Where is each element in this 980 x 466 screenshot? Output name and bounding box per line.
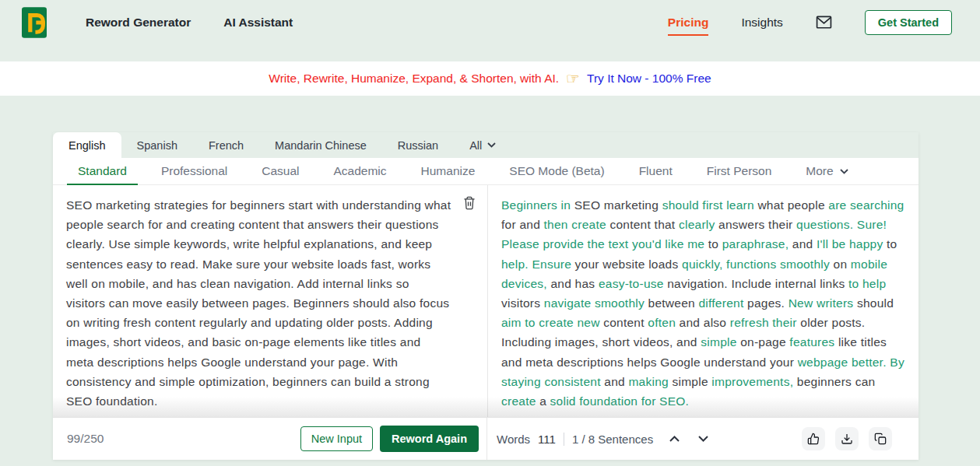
language-tab-label: All [469,139,482,152]
mode-tab-first-person[interactable]: First Person [690,158,789,184]
mode-tab-label: Fluent [639,164,673,178]
output-segment-changed: New writers [789,296,857,310]
language-tab-french[interactable]: French [193,132,259,158]
nav-item-ai-assistant[interactable]: AI Assistant [223,16,293,30]
chevron-down-icon[interactable] [696,433,711,444]
reword-again-button[interactable]: Reword Again [380,426,479,452]
nav-item-reword-generator[interactable]: Reword Generator [86,16,191,30]
language-tab-label: English [68,139,106,152]
mode-tab-professional[interactable]: Professional [144,158,244,184]
nav-item-insights[interactable]: Insights [741,16,782,30]
mode-tab-label: Academic [333,164,386,178]
input-text[interactable]: SEO marketing strategies for beginners s… [66,195,451,411]
language-tab-all[interactable]: All [454,132,511,158]
output-segment-changed: create [501,394,539,408]
mode-tabs: Standard Professional Casual Academic Hu… [53,158,919,185]
output-footer: Words 111 1 / 8 Sentences [487,418,919,460]
mode-tab-standard[interactable]: Standard [61,158,144,184]
download-button[interactable] [835,427,859,450]
mode-tab-humanize[interactable]: Humanize [404,158,493,184]
output-segment: simple [672,375,711,388]
output-segment-changed: refresh their [730,316,801,329]
trash-icon[interactable] [462,194,477,214]
mode-tab-fluent[interactable]: Fluent [622,158,690,184]
mode-tab-label: Professional [161,164,227,178]
language-tab-russian[interactable]: Russian [382,132,454,158]
mode-tab-label: First Person [707,164,772,178]
output-segment: content [603,316,648,329]
output-segment-changed: features [789,335,838,349]
output-segment: pages. [747,296,789,310]
output-segment-changed: solid foundation for SEO. [550,394,690,408]
mode-tab-seo-mode[interactable]: SEO Mode (Beta) [492,158,621,184]
output-segment-changed: should first learn [662,198,758,212]
copy-button[interactable] [869,427,892,450]
stats-divider [564,433,564,446]
output-segment-changed: paraphrase, [722,237,792,251]
output-panel: Beginners in SEO marketing should first … [487,185,919,417]
output-segment-changed: help. Ensure [501,258,575,271]
output-segment: and [792,237,817,251]
output-segment: beginners can [797,375,876,388]
language-tabs: English Spanish French Mandarin Chinese … [53,132,919,158]
input-panel: SEO marketing strategies for beginners s… [53,185,487,417]
get-started-button[interactable]: Get Started [865,10,952,35]
output-segment: on [834,258,851,271]
chevron-down-icon [840,169,848,174]
mode-tab-label: Standard [78,164,127,178]
output-segment-changed: are searching [828,198,904,212]
mode-tab-label: SEO Mode (Beta) [509,164,604,178]
output-text: Beginners in SEO marketing should first … [501,195,904,411]
tool-footer: 99/250 New Input Reword Again Words 111 … [53,417,919,460]
thumbs-up-button[interactable] [802,427,825,450]
output-segment: and also [680,316,730,329]
output-segment-changed: to help [848,277,886,290]
words-label: Words [497,433,530,446]
mode-tab-label: More [806,164,833,178]
top-nav: Reword Generator AI Assistant Pricing In… [0,0,980,44]
output-segment: answers their [718,218,796,231]
promo-cta-link[interactable]: Try It Now - 100% Free [587,72,711,86]
editor-panels: SEO marketing strategies for beginners s… [53,185,919,417]
mode-tab-more[interactable]: More [789,158,865,184]
reword-tool: English Spanish French Mandarin Chinese … [53,132,919,460]
language-tab-label: Mandarin Chinese [275,139,367,152]
pointer-hand-icon: ☞ [566,71,580,86]
output-segment: for and [501,218,544,231]
char-counter: 99/250 [67,432,104,446]
language-tab-label: Russian [398,139,438,152]
brand-logo[interactable] [22,7,47,38]
output-segment-changed: often [648,316,679,329]
language-tab-label: French [209,139,244,152]
output-segment-changed: navigate smoothly [544,296,648,310]
output-segment-changed: I'll be happy [817,237,887,251]
output-segment-changed: making [628,375,672,388]
promo-message: Write, Rewrite, Humanize, Expand, & Shor… [269,72,559,86]
output-segment-changed: easy-to-use [599,277,667,290]
output-segment: and has [550,277,598,290]
language-tab-mandarin-chinese[interactable]: Mandarin Chinese [259,132,382,158]
output-segment: navigation. Include internal links [667,277,848,290]
output-segment: to [887,237,897,251]
language-tab-spanish[interactable]: Spanish [121,132,193,158]
output-segment: between [648,296,699,310]
output-segment-changed: then create [544,218,610,231]
output-segment: to [708,237,722,251]
output-segment: content that [609,218,679,231]
output-segment-changed: clearly [679,218,718,231]
nav-item-pricing[interactable]: Pricing [668,16,709,36]
output-segment-changed: improvements, [711,375,796,388]
chevron-up-icon[interactable] [667,433,682,444]
mode-tab-casual[interactable]: Casual [244,158,316,184]
output-segment-changed: simple [701,335,740,349]
mode-tab-academic[interactable]: Academic [316,158,403,184]
mail-icon[interactable] [816,16,832,29]
output-actions [802,427,892,450]
new-input-button[interactable]: New Input [300,426,373,451]
output-segment: what people [757,198,828,212]
sentence-counter: 1 / 8 Sentences [572,433,653,446]
promo-banner: Write, Rewrite, Humanize, Expand, & Shor… [0,61,980,96]
language-tab-english[interactable]: English [53,132,121,158]
output-segment-changed: aim to create new [501,316,603,329]
words-count: 111 [538,433,556,446]
